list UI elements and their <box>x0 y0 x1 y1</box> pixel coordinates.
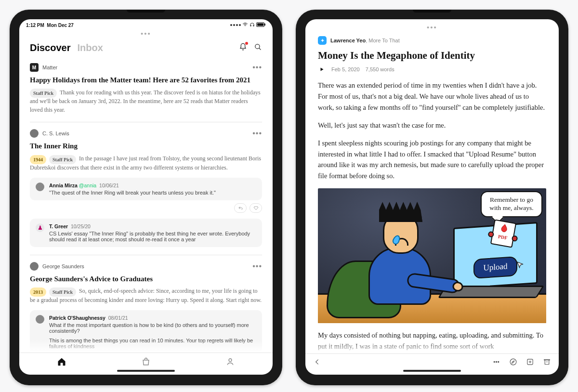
reply-avatar <box>36 183 44 191</box>
discover-feed[interactable]: M Matter ••• Happy Holidays from the Mat… <box>19 56 273 353</box>
source-avatar: M <box>30 63 39 72</box>
ipad-left: 1:12 PM Mon Dec 27 ••• Discover Inbox <box>10 10 282 385</box>
pdf-character: PDF <box>490 220 516 248</box>
source-avatar <box>30 129 39 138</box>
like-button[interactable] <box>250 203 262 213</box>
svg-point-6 <box>496 361 497 362</box>
article-headline: Money Is the Megaphone of Identity <box>318 50 546 62</box>
more-icon <box>492 358 500 366</box>
year-chip: 1944 <box>30 155 46 164</box>
card-menu-icon[interactable]: ••• <box>252 262 262 270</box>
word-count: 7,550 words <box>366 66 394 72</box>
staff-pick-chip: Staff Pick <box>49 287 76 297</box>
back-button[interactable] <box>313 358 321 368</box>
bag-icon <box>141 357 151 366</box>
ipad-right: ••• ✦ Lawrence Yeo, More To That Money I… <box>296 10 568 385</box>
profile-tab[interactable] <box>225 357 235 368</box>
source-name: C. S. Lewis <box>42 131 69 136</box>
wifi-icon <box>242 22 248 28</box>
article-title: The Inner Ring <box>30 142 262 151</box>
article-card[interactable]: M Matter ••• Happy Holidays from the Mat… <box>30 56 262 122</box>
status-date: Mon Dec 27 <box>47 23 74 28</box>
svg-point-8 <box>510 359 516 365</box>
article-body: There was an extended period of time in … <box>318 80 546 352</box>
upload-button-graphic: Upload <box>473 256 517 279</box>
article-reader[interactable]: ✦ Lawrence Yeo, More To That Money Is th… <box>305 31 559 353</box>
highlight-reply[interactable]: ♟ T. Greer 10/25/20 CS Lewis' essay "The… <box>30 219 262 247</box>
article-excerpt: 2013 Staff Pick So, quick, end-of-speech… <box>30 287 262 304</box>
chevron-left-icon <box>313 358 321 366</box>
card-menu-icon[interactable]: ••• <box>252 64 262 71</box>
play-audio-button[interactable] <box>318 65 326 73</box>
staff-pick-chip: Staff Pick <box>30 89 57 98</box>
battery-icon <box>256 22 266 28</box>
person-icon <box>225 357 235 366</box>
staff-pick-chip: Staff Pick <box>49 155 76 164</box>
svg-rect-2 <box>264 24 265 26</box>
article-title: George Saunders's Advice to Graduates <box>30 274 262 284</box>
svg-point-7 <box>498 361 499 362</box>
more-button[interactable] <box>492 358 500 368</box>
home-tab[interactable] <box>57 357 66 368</box>
home-indicator[interactable] <box>117 370 175 372</box>
source-name: George Saunders <box>42 263 84 269</box>
window-menu-icon[interactable]: ••• <box>305 19 559 31</box>
status-time: 1:12 PM <box>26 23 44 28</box>
article-excerpt: Staff PickThank you for reading with us … <box>30 88 262 115</box>
publication-name: More To That <box>368 38 399 43</box>
article-excerpt: 1944 Staff Pick In the passage I have ju… <box>30 154 262 172</box>
highlight-reply[interactable]: Patrick O'Shaughnessy 08/01/21 What if t… <box>30 310 262 353</box>
home-indicator[interactable] <box>403 370 461 372</box>
publish-date: Feb 5, 2020 <box>331 66 360 72</box>
home-icon <box>57 357 66 366</box>
search-icon <box>254 43 262 51</box>
notifications-button[interactable] <box>239 43 247 53</box>
cursor-icon <box>516 261 525 273</box>
compass-icon <box>509 358 517 366</box>
window-menu-icon[interactable]: ••• <box>19 28 273 38</box>
card-menu-icon[interactable]: ••• <box>252 130 262 137</box>
svg-point-4 <box>229 358 232 361</box>
speech-bubble: Remember to go with me, always. <box>481 191 542 217</box>
article-illustration: Remember to go with me, always. Upload <box>318 188 546 323</box>
highlight-reply[interactable]: Annia Mirza @annia 10/06/21 "The quest o… <box>30 178 262 200</box>
archive-button[interactable] <box>543 358 551 368</box>
tab-inbox[interactable]: Inbox <box>78 42 103 53</box>
source-avatar <box>30 262 39 271</box>
status-bar: 1:12 PM Mon Dec 27 <box>19 19 273 28</box>
tab-discover[interactable]: Discover <box>30 42 71 53</box>
library-tab[interactable] <box>141 357 151 368</box>
author-name: Lawrence Yeo <box>330 38 366 43</box>
cellular-icon <box>230 24 241 26</box>
reply-button[interactable] <box>234 203 247 213</box>
play-icon <box>319 66 325 72</box>
search-button[interactable] <box>254 43 262 53</box>
article-card[interactable]: George Saunders ••• George Saunders's Ad… <box>30 255 262 353</box>
notification-badge <box>245 42 248 45</box>
year-chip: 2013 <box>30 287 46 297</box>
source-name: Matter <box>42 65 57 70</box>
reply-avatar <box>36 315 44 324</box>
headphones-icon <box>250 22 255 28</box>
article-card[interactable]: C. S. Lewis ••• The Inner Ring 1944 Staf… <box>30 122 262 255</box>
archive-icon <box>543 358 551 366</box>
pin-icon: ♟ <box>36 223 44 232</box>
reply-icon <box>238 205 243 210</box>
publication-icon: ✦ <box>318 36 327 45</box>
plus-square-icon <box>526 358 534 366</box>
add-button[interactable] <box>526 358 534 368</box>
heart-icon <box>253 205 259 210</box>
svg-rect-1 <box>257 23 263 26</box>
article-title: Happy Holidays from the Matter team! Her… <box>30 76 262 85</box>
svg-point-5 <box>494 361 495 362</box>
explore-button[interactable] <box>509 358 517 368</box>
